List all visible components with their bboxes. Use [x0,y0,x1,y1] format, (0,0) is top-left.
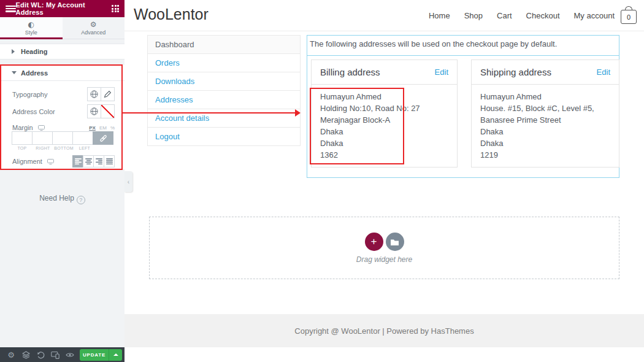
cart-count-badge: 0 [621,10,637,24]
drag-widget-area[interactable]: + Drag widget here [149,217,619,279]
addresses-widget: The following addresses will be used on … [307,35,619,178]
panel-title: Edit WL: My Account Address [16,1,112,16]
address-line: Holding No:10, Road No: 27 [320,102,448,114]
address-line: Dhaka [320,126,448,137]
preview-eye-icon[interactable] [63,347,77,362]
tab-style[interactable]: ◐ Style [0,17,63,39]
margin-bottom-input[interactable] [52,131,73,145]
history-icon[interactable] [33,347,48,362]
drag-widget-label: Drag widget here [150,255,619,264]
typography-control-row: Typography [12,87,115,101]
folder-icon [390,238,399,246]
addresses-notice: The following addresses will be used on … [307,35,619,56]
need-help-label: Need Help [39,194,74,202]
panel-collapse-button[interactable]: ‹ [125,171,132,192]
unit-px[interactable]: PX [89,125,96,131]
menu-item-downloads[interactable]: Downloads [148,72,300,91]
dim-top-label: TOP [12,146,33,150]
align-center-icon [85,158,92,164]
update-button[interactable]: UPDATE [80,349,109,361]
tab-advanced[interactable]: ⚙ Advanced [63,17,125,39]
responsive-mode-icon[interactable] [48,347,63,362]
alignment-label: Alignment [12,158,42,165]
typography-global-button[interactable] [87,87,101,101]
margin-units: PX EM % [89,125,115,131]
alignment-buttons [73,155,115,168]
navigator-layers-icon[interactable] [18,347,33,362]
nav-my-account[interactable]: My account [574,11,615,20]
margin-label: Margin [12,124,33,131]
unit-percent[interactable]: % [110,125,115,131]
margin-right-input[interactable] [32,131,53,145]
address-line: Dhaka [320,137,448,149]
shipping-edit-link[interactable]: Edit [597,67,610,77]
tab-style-label: Style [25,29,37,36]
address-line: Dhaka [480,137,610,149]
menu-item-dashboard[interactable]: Dashboard [148,36,300,54]
alignment-control-row: Alignment [12,155,115,168]
typography-edit-button[interactable] [101,87,115,101]
menu-item-orders[interactable]: Orders [148,54,300,72]
align-left-icon [75,158,82,164]
address-line: Dhaka [480,126,610,137]
widgets-grid-icon[interactable] [112,5,119,12]
cart-bag-icon[interactable]: 0 [621,6,637,25]
section-heading-label: Heading [21,48,47,55]
section-address-label: Address [21,69,48,77]
site-logo[interactable]: WooLentor [134,6,209,23]
address-color-label: Address Color [12,108,55,115]
desktop-icon [47,159,54,164]
nav-shop[interactable]: Shop [464,11,483,20]
margin-left-input[interactable] [72,131,93,145]
add-section-button[interactable]: + [365,233,383,251]
chevron-down-icon [12,71,17,74]
align-right-icon [96,158,102,164]
link-values-button[interactable] [93,131,113,145]
align-justify-button[interactable] [104,155,115,168]
chevron-right-icon [12,49,15,54]
style-halfcircle-icon: ◐ [28,21,34,29]
address-line: 1362 [320,149,448,161]
question-icon: ? [77,196,85,204]
update-options-button[interactable] [109,349,122,361]
panel-header: Edit WL: My Account Address [0,0,125,17]
unit-em[interactable]: EM [99,125,107,131]
address-line: Merajnagar Block-A [320,114,448,126]
site-header: WooLentor Home Shop Cart Checkout My acc… [125,0,644,31]
dim-left-label: LEFT [74,146,95,150]
shipping-title: Shipping address [480,67,551,77]
need-help-link[interactable]: Need Help? [0,194,125,204]
template-library-button[interactable] [386,233,404,251]
align-center-button[interactable] [83,155,94,168]
margin-top-input[interactable] [12,131,33,145]
margin-control-row: Margin PX EM % [12,124,115,131]
margin-dimension-labels: TOP RIGHT BOTTOM LEFT [12,146,95,150]
margin-dimensions [12,131,113,145]
site-footer: Copyright @ WooLentor | Powered by HasTh… [125,314,644,347]
shipping-address-card: Shipping address Edit Humayun Ahmed Hous… [471,60,619,168]
nav-home[interactable]: Home [429,11,450,20]
menu-item-account-details[interactable]: Account details [148,109,300,128]
section-address-header[interactable]: Address [0,65,125,81]
address-color-picker[interactable] [101,104,115,118]
hamburger-menu-icon[interactable] [6,6,16,12]
section-address: Address Typography Address Color [0,65,125,170]
nav-checkout[interactable]: Checkout [526,11,560,20]
address-line: 1219 [480,149,610,161]
billing-card-header: Billing address Edit [312,60,457,85]
menu-item-logout[interactable]: Logout [148,128,300,146]
address-color-global-button[interactable] [87,104,101,118]
billing-edit-link[interactable]: Edit [435,67,448,77]
desktop-icon [38,125,45,131]
nav-cart[interactable]: Cart [497,11,512,20]
menu-item-addresses[interactable]: Addresses [148,91,300,109]
section-heading[interactable]: Heading [0,44,125,60]
align-left-button[interactable] [72,155,83,168]
screen: Edit WL: My Account Address ◐ Style ⚙ Ad… [0,0,644,362]
address-color-control-row: Address Color [12,104,115,118]
settings-gear-icon[interactable]: ⚙ [4,347,18,362]
billing-title: Billing address [320,67,380,77]
align-right-button[interactable] [93,155,104,168]
tab-advanced-label: Advanced [81,29,105,36]
dim-right-label: RIGHT [33,146,53,150]
